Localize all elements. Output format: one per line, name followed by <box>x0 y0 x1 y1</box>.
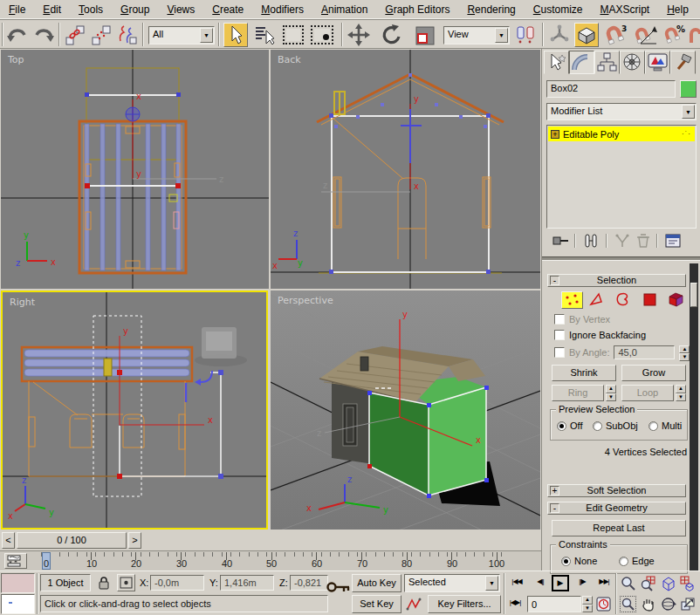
configure-modifier-sets-button[interactable] <box>663 232 683 249</box>
stack-expand-icon[interactable]: + <box>551 130 559 139</box>
z-coord-field[interactable]: -0,821 <box>290 575 328 591</box>
time-slider-handle[interactable]: 0 / 100 <box>17 532 127 549</box>
menu-maxscript[interactable]: MAXScript <box>592 0 659 18</box>
menu-rendering[interactable]: Rendering <box>458 0 524 18</box>
redo-button[interactable] <box>32 24 55 46</box>
absolute-mode-button[interactable] <box>117 574 135 591</box>
x-coord-field[interactable]: -0,0m <box>150 575 204 591</box>
repeat-last-button[interactable]: Repeat Last <box>552 520 686 536</box>
by-angle-field[interactable]: 45,0 <box>614 345 675 359</box>
tab-utilities[interactable] <box>670 51 696 74</box>
viewport-top[interactable]: x y z y x z Top <box>1 50 269 289</box>
snap-toggle-3d-button[interactable]: 3 <box>604 24 628 46</box>
tab-modify[interactable] <box>569 51 594 74</box>
ring-spinner[interactable]: ▲▼ <box>606 385 616 401</box>
new-key-curve-button[interactable] <box>404 595 425 613</box>
ignore-backfacing-checkbox[interactable] <box>554 330 565 340</box>
menu-tools[interactable]: Tools <box>70 0 112 18</box>
menu-graph-editors[interactable]: Graph Editors <box>376 0 458 18</box>
auto-key-button[interactable]: Auto Key <box>352 574 401 592</box>
maxscript-mini-listener-white[interactable] <box>1 594 35 614</box>
time-configuration-button[interactable] <box>595 596 612 612</box>
mini-curve-editor-button[interactable] <box>4 553 27 569</box>
panel-splitter[interactable] <box>542 256 700 261</box>
tab-hierarchy[interactable] <box>594 51 620 74</box>
remove-modifier-button[interactable] <box>634 232 653 249</box>
undo-button[interactable] <box>6 24 29 46</box>
subobject-border-button[interactable] <box>614 291 635 309</box>
ring-button[interactable]: Ring <box>552 385 604 401</box>
zoom-region-button[interactable] <box>620 596 636 612</box>
dropdown-arrow-icon[interactable]: ▼ <box>485 576 498 591</box>
select-and-rotate-button[interactable] <box>381 24 403 46</box>
window-crossing-button[interactable] <box>311 25 333 44</box>
time-slider-prev-button[interactable]: < <box>2 532 15 549</box>
collapse-icon[interactable]: - <box>550 276 559 285</box>
grow-button[interactable]: Grow <box>621 365 686 381</box>
show-end-result-button[interactable] <box>581 232 600 249</box>
bind-to-space-warp-button[interactable] <box>116 24 139 46</box>
menu-views[interactable]: Views <box>158 0 203 18</box>
percent-snap-toggle-button[interactable]: % <box>663 24 688 46</box>
dropdown-arrow-icon[interactable]: ▼ <box>200 28 213 43</box>
constraints-none-radio[interactable]: None <box>561 556 597 566</box>
key-filters-button[interactable]: Key Filters... <box>428 595 501 613</box>
zoom-button[interactable] <box>620 575 636 591</box>
select-and-move-button[interactable] <box>347 24 370 46</box>
rollout-edit-geometry-header[interactable]: - Edit Geometry <box>547 502 686 515</box>
preview-multi-radio[interactable]: Multi <box>649 420 682 431</box>
selection-lock-icon[interactable] <box>96 575 112 591</box>
previous-frame-button[interactable]: ◀|| <box>531 577 550 585</box>
shrink-button[interactable]: Shrink <box>552 365 616 381</box>
key-mode-dropdown[interactable]: Selected ▼ <box>404 574 500 592</box>
y-coord-field[interactable]: 1,416m <box>220 575 274 591</box>
panel-scrollbar[interactable] <box>690 263 698 571</box>
min-max-toggle-button[interactable] <box>679 596 696 612</box>
viewport-right-label[interactable]: Right <box>10 297 36 308</box>
viewport-top-label[interactable]: Top <box>7 54 24 65</box>
dropdown-arrow-icon[interactable]: ▼ <box>495 28 508 43</box>
by-angle-spinner[interactable]: ▲▼ <box>679 345 690 359</box>
zoom-extents-button[interactable] <box>660 575 676 591</box>
select-and-link-button[interactable] <box>64 24 86 46</box>
zoom-extents-all-button[interactable] <box>679 575 696 591</box>
frame-spinner[interactable]: ▲▼ <box>582 596 593 612</box>
angle-snap-toggle-button[interactable] <box>634 24 658 46</box>
set-keys-key-icon[interactable] <box>325 578 351 596</box>
modifier-stack[interactable]: + Editable Poly ·˙· <box>546 125 697 229</box>
dropdown-arrow-icon[interactable]: ▼ <box>682 105 695 119</box>
menu-edit[interactable]: Edit <box>34 0 70 18</box>
modifier-list-dropdown[interactable]: Modifier List ▼ <box>546 103 697 120</box>
object-name-field[interactable]: Box02 <box>546 80 676 98</box>
loop-spinner[interactable]: ▲▼ <box>676 385 686 401</box>
preview-subobj-radio[interactable]: SubObj <box>593 420 638 431</box>
go-to-start-button[interactable]: |◀◀ <box>507 577 526 585</box>
zoom-all-button[interactable] <box>640 575 656 591</box>
tab-motion[interactable] <box>620 51 645 74</box>
by-angle-checkbox[interactable] <box>554 347 565 358</box>
viewport-back-label[interactable]: Back <box>278 54 301 65</box>
rollout-soft-selection-header[interactable]: + Soft Selection <box>547 484 686 497</box>
select-and-manipulate-button[interactable] <box>548 24 571 46</box>
pan-button[interactable] <box>640 596 656 612</box>
track-bar[interactable]: 0 10 20 30 40 50 60 70 80 90 100 <box>0 550 541 571</box>
select-object-button[interactable] <box>223 23 248 47</box>
expand-icon[interactable]: + <box>550 486 559 495</box>
viewport-back[interactable]: y x z z x y Back <box>271 50 540 289</box>
go-to-end-button[interactable]: ▶▶| <box>594 577 614 585</box>
object-color-swatch[interactable] <box>680 80 697 98</box>
time-slider-next-button[interactable]: > <box>128 532 141 549</box>
constraints-edge-radio[interactable]: Edge <box>619 556 655 566</box>
set-key-button[interactable]: Set Key <box>352 595 401 613</box>
key-mode-toggle-button[interactable]: |◀▶| <box>504 598 525 606</box>
menu-group[interactable]: Group <box>112 0 158 18</box>
menu-customize[interactable]: Customize <box>525 0 592 18</box>
menu-create[interactable]: Create <box>203 0 252 18</box>
maxscript-mini-listener-pink[interactable] <box>1 573 35 593</box>
preview-off-radio[interactable]: Off <box>557 420 582 431</box>
panel-scrollbar-thumb[interactable] <box>690 283 697 307</box>
subobject-edge-button[interactable] <box>587 291 609 309</box>
loop-button[interactable]: Loop <box>621 385 674 401</box>
selection-filter-dropdown[interactable]: All ▼ <box>148 26 215 44</box>
current-frame-field[interactable]: 0 <box>527 596 581 612</box>
